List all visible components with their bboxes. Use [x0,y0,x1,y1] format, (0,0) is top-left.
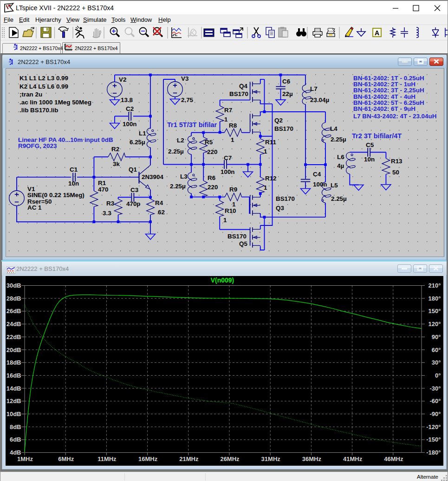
svg-text:.lib BS170.lib: .lib BS170.lib [19,107,58,114]
svg-text:C2: C2 [126,105,134,112]
svg-text:C1: C1 [70,166,78,173]
svg-text:Q5: Q5 [239,240,247,247]
svg-text:41MHz: 41MHz [343,455,363,462]
svg-text:6.25µ: 6.25µ [130,139,145,146]
svg-text:C4: C4 [313,171,321,178]
svg-text:-150°: -150° [426,436,441,443]
svg-text:4dB: 4dB [10,449,21,456]
svg-text:16dB: 16dB [6,372,21,379]
svg-text:12dB: 12dB [6,398,21,404]
svg-text:R2: R2 [111,146,119,153]
svg-text:L7: L7 [310,85,318,92]
svg-text:R3: R3 [106,200,114,207]
svg-text:60°: 60° [432,346,441,353]
svg-text:L5: L5 [331,182,338,189]
svg-text:2.25µ: 2.25µ [170,183,186,190]
svg-text:220: 220 [208,184,218,191]
svg-text:R9OFG, 2023: R9OFG, 2023 [18,142,57,149]
svg-text:22dB: 22dB [6,333,21,340]
svg-text:-120°: -120° [426,423,441,430]
svg-text:;tran 2u: ;tran 2u [19,91,42,98]
svg-text:R12: R12 [265,175,277,182]
svg-text:10dB: 10dB [6,410,21,417]
svg-text:46MHz: 46MHz [384,455,403,462]
svg-text:180°: 180° [429,295,441,302]
svg-text:L2: L2 [177,137,184,144]
svg-text:K2 L4 L5 L6 0.99: K2 L4 L5 L6 0.99 [19,83,68,90]
svg-text:.ac lin 1000 1Meg 50Meg: .ac lin 1000 1Meg 50Meg [19,99,91,106]
svg-text:2N3904: 2N3904 [142,173,163,180]
svg-text:36MHz: 36MHz [302,455,322,462]
svg-text:L7 BN-43-2402: 4T - 23.04uH: L7 BN-43-2402: 4T - 23.04uH [353,113,436,120]
svg-text:Q2: Q2 [274,117,283,124]
svg-text:31MHz: 31MHz [261,455,281,462]
svg-text:6MHz: 6MHz [58,455,74,462]
svg-text:R9: R9 [229,186,237,193]
svg-text:14dB: 14dB [6,385,21,392]
svg-text:470: 470 [98,186,108,193]
svg-text:R11: R11 [265,139,276,146]
svg-text:R4: R4 [155,199,163,206]
svg-text:2.25µ: 2.25µ [331,195,347,202]
svg-text:L1: L1 [139,130,146,137]
svg-text:L3: L3 [180,173,188,180]
svg-text:120°: 120° [429,321,441,327]
svg-text:Tr2 3T bifilar/4T: Tr2 3T bifilar/4T [352,132,402,140]
svg-text:3.3: 3.3 [103,210,111,217]
svg-text:30dB: 30dB [6,282,21,289]
svg-text:L4: L4 [330,125,338,132]
svg-text:10n: 10n [364,156,375,163]
svg-text:AC 1: AC 1 [27,204,42,211]
svg-text:-30°: -30° [430,385,441,392]
svg-text:11MHz: 11MHz [97,455,117,462]
svg-text:22µ: 22µ [282,90,293,97]
svg-text:C3: C3 [130,186,138,193]
svg-text:1MHz: 1MHz [17,455,33,462]
svg-text:21MHz: 21MHz [179,455,199,462]
svg-text:13.8: 13.8 [121,96,133,103]
svg-text:-60°: -60° [430,398,441,404]
svg-text:8dB: 8dB [10,423,21,430]
svg-text:L6: L6 [337,154,344,160]
svg-text:C6: C6 [282,78,290,85]
svg-text:1: 1 [231,136,234,143]
svg-text:2.25µ: 2.25µ [331,136,346,143]
svg-text:150°: 150° [429,308,441,314]
svg-text:6dB: 6dB [10,436,21,443]
svg-text:Q4: Q4 [239,83,247,90]
svg-text:R10: R10 [225,207,236,214]
svg-text:1: 1 [224,116,228,123]
svg-text:-180°: -180° [426,449,441,456]
svg-text:Q3: Q3 [276,205,284,212]
svg-text:62: 62 [158,209,165,216]
svg-text:0°: 0° [435,372,441,379]
svg-text:26MHz: 26MHz [220,455,240,462]
svg-text:30°: 30° [432,359,441,366]
svg-text:BS170: BS170 [276,195,295,202]
svg-text:R1: R1 [98,180,106,186]
svg-text:C7: C7 [224,154,232,161]
svg-text:100n: 100n [123,121,137,128]
svg-text:1: 1 [264,148,267,155]
svg-text:BS170: BS170 [227,233,247,240]
svg-text:K1 L1 L2 L3 0.99: K1 L1 L2 L3 0.99 [19,75,68,82]
svg-text:24dB: 24dB [6,321,21,327]
svg-text:4µ: 4µ [337,162,344,169]
svg-text:50: 50 [392,169,399,176]
svg-text:26dB: 26dB [6,308,21,314]
svg-text:R13: R13 [391,158,403,165]
svg-text:R5: R5 [205,139,213,146]
svg-text:10n: 10n [68,180,79,187]
svg-text:1: 1 [223,217,227,224]
svg-text:A: A [375,29,379,37]
svg-text:BS170: BS170 [274,125,293,132]
svg-text:Tr1 5T/3T bifilar: Tr1 5T/3T bifilar [167,121,217,128]
svg-text:V3: V3 [181,75,188,82]
svg-text:R6: R6 [208,174,215,181]
svg-text:R7: R7 [224,107,232,114]
svg-text:BS170: BS170 [229,90,248,97]
svg-text:220: 220 [207,148,217,155]
svg-text:BN-61-2402: 6T - 9uH: BN-61-2402: 6T - 9uH [353,105,416,112]
svg-text:18dB: 18dB [6,359,21,366]
svg-text:470p: 470p [126,200,141,207]
